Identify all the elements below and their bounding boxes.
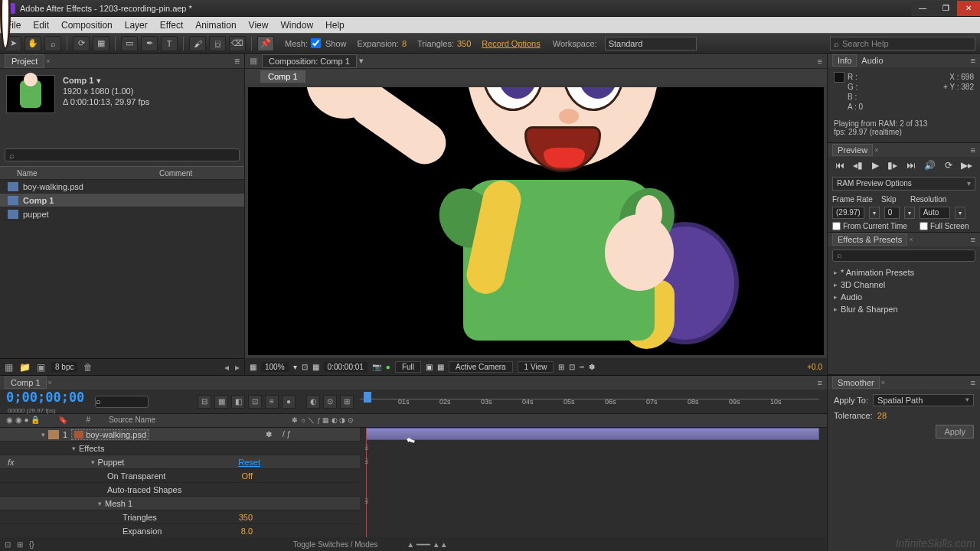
panel-menu-icon[interactable]: ≡: [818, 378, 822, 387]
marker-icon[interactable]: ⫖: [364, 497, 368, 505]
audio-tab[interactable]: Audio: [857, 55, 887, 66]
menu-help[interactable]: Help: [319, 20, 351, 31]
mesh-show-checkbox[interactable]: [311, 38, 321, 48]
tracks-area[interactable]: ⫖ ⫖ ⫖ ⬉: [360, 428, 827, 537]
current-time[interactable]: 0:00:00:01: [324, 362, 368, 372]
viewport[interactable]: [248, 87, 824, 355]
effects-search[interactable]: [832, 249, 975, 262]
ram-preview-button[interactable]: ▶▸: [961, 160, 972, 171]
exposure-value[interactable]: +0.0: [807, 363, 822, 371]
mesh-1[interactable]: ▾Mesh 1: [0, 497, 360, 510]
first-frame-button[interactable]: ⏮: [835, 160, 844, 171]
tl-btn-6[interactable]: ●: [282, 395, 296, 409]
zoom-value[interactable]: 100%: [261, 362, 289, 372]
tl-btn-8[interactable]: ⊙: [323, 395, 337, 409]
panel-menu-icon[interactable]: ≡: [971, 378, 975, 387]
layer-row[interactable]: ◉ ▾ 1 boy-walking.psd ✽ / ƒ: [0, 428, 360, 442]
effect-category[interactable]: Blur & Sharpen: [828, 303, 980, 315]
expansion-value[interactable]: 8: [402, 39, 407, 48]
zoom-dd[interactable]: ▾: [293, 363, 297, 371]
skip-field[interactable]: 0: [884, 207, 900, 219]
timeline-icon[interactable]: ⊡: [569, 363, 575, 371]
prev-frame-button[interactable]: ◂▮: [853, 160, 863, 171]
menu-window[interactable]: Window: [274, 20, 319, 31]
framerate-field[interactable]: (29.97): [832, 207, 864, 219]
effect-category[interactable]: 3D Channel: [828, 279, 980, 291]
folder-icon[interactable]: 📁: [19, 362, 31, 373]
effects-group[interactable]: ▾Effects: [0, 442, 360, 455]
from-current-checkbox[interactable]: From Current Time: [832, 222, 907, 230]
scroll-left-icon[interactable]: ◂: [224, 362, 229, 373]
minimize-button[interactable]: —: [911, 1, 934, 16]
fullscreen-checkbox[interactable]: Full Screen: [920, 222, 969, 230]
menu-effect[interactable]: Effect: [154, 20, 189, 31]
mute-button[interactable]: 🔊: [924, 160, 936, 171]
tl-btn-9[interactable]: ⊞: [340, 395, 354, 409]
grid2-icon[interactable]: ▦: [437, 363, 444, 371]
menu-animation[interactable]: Animation: [189, 20, 242, 31]
apply-to-dropdown[interactable]: Spatial Path: [873, 394, 974, 406]
tl-btn-2[interactable]: ▦: [214, 395, 228, 409]
current-timecode[interactable]: 0;00;00;00: [6, 390, 84, 405]
tl-btn-5[interactable]: ≡: [265, 395, 279, 409]
menu-composition[interactable]: Composition: [55, 20, 119, 31]
triangles-value[interactable]: 350: [457, 39, 471, 48]
views-dropdown[interactable]: 1 View: [518, 361, 554, 373]
pixel-icon[interactable]: ⊞: [558, 363, 564, 371]
zoom-slider[interactable]: ▲ ━━━ ▲▲: [407, 540, 447, 549]
panel-menu-icon[interactable]: ≡: [234, 56, 240, 67]
gear-icon[interactable]: ✽: [589, 363, 595, 371]
cti-indicator[interactable]: [364, 392, 371, 403]
tl-foot-3[interactable]: {}: [29, 540, 34, 549]
off-value[interactable]: Off: [242, 471, 253, 481]
mask-icon[interactable]: ▣: [426, 363, 433, 371]
effect-category[interactable]: * Animation Presets: [828, 266, 980, 279]
tl-btn-7[interactable]: ◐: [306, 395, 320, 409]
smoother-tab[interactable]: Smoother: [832, 377, 880, 389]
trash-icon[interactable]: 🗑: [83, 362, 93, 373]
workspace-dropdown[interactable]: Standard: [605, 37, 697, 51]
resolution-dropdown[interactable]: Full: [395, 361, 421, 373]
camera-tool[interactable]: ▦: [93, 36, 109, 51]
type-tool[interactable]: T: [161, 36, 178, 51]
bpc-button[interactable]: 8 bpc: [51, 362, 77, 372]
marker-icon[interactable]: ⫖: [364, 443, 368, 452]
panel-menu-icon[interactable]: ≡: [971, 56, 975, 65]
panel-menu-icon[interactable]: ≡: [818, 57, 822, 66]
clone-tool[interactable]: ⌼: [209, 36, 226, 51]
layer-name[interactable]: boy-walking.psd: [72, 430, 149, 439]
project-item[interactable]: Comp 1: [0, 194, 244, 207]
rect-tool[interactable]: ▭: [121, 36, 138, 51]
next-frame-button[interactable]: ▮▸: [887, 160, 897, 171]
transp-icon[interactable]: ▦: [312, 363, 319, 371]
close-icon[interactable]: ×: [874, 146, 878, 154]
dropdown-icon[interactable]: ▾: [96, 75, 101, 86]
loop-button[interactable]: ⟳: [945, 160, 952, 171]
comp-icon[interactable]: ▣: [37, 362, 45, 373]
tl-btn-3[interactable]: ◧: [231, 395, 245, 409]
effect-category[interactable]: Audio: [828, 291, 980, 303]
menu-layer[interactable]: Layer: [119, 20, 154, 31]
apply-button[interactable]: Apply: [936, 425, 974, 439]
info-tab[interactable]: Info: [832, 54, 857, 67]
dropdown-icon[interactable]: ▾: [359, 56, 364, 66]
layer-bar[interactable]: [366, 428, 819, 440]
rotate-tool[interactable]: ⟳: [73, 36, 90, 51]
tl-foot-1[interactable]: ⊡: [5, 540, 11, 549]
project-item[interactable]: boy-walking.psd: [0, 180, 244, 194]
project-tab[interactable]: Project: [5, 54, 44, 68]
ram-preview-dropdown[interactable]: RAM Preview Options: [832, 177, 975, 191]
effects-tab[interactable]: Effects & Presets: [832, 233, 907, 246]
maximize-button[interactable]: ❐: [934, 1, 957, 16]
twirl-icon[interactable]: ▾: [41, 431, 45, 439]
chain-icon[interactable]: ▦: [250, 56, 257, 66]
record-options[interactable]: Record Options: [482, 39, 540, 48]
timeline-search[interactable]: ⌕: [95, 396, 149, 408]
time-ruler[interactable]: 01s02s03s04s05s06s07s08s09s10s: [360, 390, 827, 413]
skip-dd[interactable]: ▾: [904, 207, 915, 219]
flow-icon[interactable]: ┉: [580, 363, 584, 371]
hand-tool[interactable]: ✋: [24, 36, 41, 51]
camera-dropdown[interactable]: Active Camera: [449, 361, 513, 373]
res-dd[interactable]: ▾: [955, 207, 965, 219]
col-comment[interactable]: Comment: [153, 169, 192, 178]
